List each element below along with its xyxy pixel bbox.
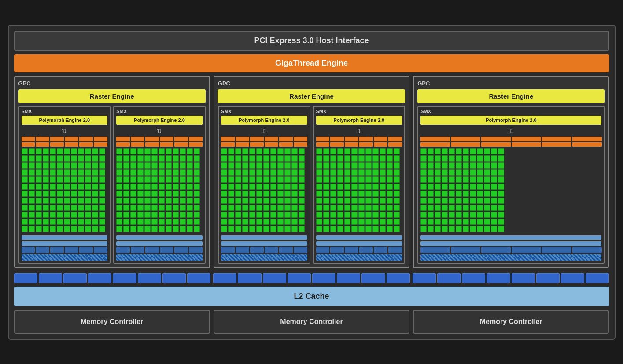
gpc-2: GPC Raster Engine SMX Polymorph Engine 2… [214,76,409,268]
rop-cell [536,273,560,283]
smx-5-label: SMX [420,109,601,114]
smx-5-orange [420,137,601,147]
memory-controller-3: Memory Controller [413,310,609,334]
gpc-2-raster: Raster Engine [218,89,405,103]
rop-cell [187,273,210,283]
smx-3-orange [221,137,307,147]
smx-5-green-grid [420,148,601,232]
gpc-3-smx-row: SMX Polymorph Engine 2.0 ⇅ [417,106,605,264]
pci-express-bar: PCI Express 3.0 Host Interface [14,31,609,51]
rop-cell [14,273,37,283]
smx-3-green-grid [221,148,307,232]
gpc-2-label: GPC [218,80,405,87]
smx-2-green-grid [116,148,203,232]
smx-2-label: SMX [116,109,203,114]
rop-cell [113,273,136,283]
memory-controller-1: Memory Controller [14,310,210,334]
rop-cell [39,273,62,283]
gpc-3-smx-1: SMX Polymorph Engine 2.0 ⇅ [417,106,605,264]
rop-segment-1 [14,273,211,283]
gpc-1-smx-1: SMX Polymorph Engine 2.0 ⇅ [18,106,111,264]
smx-1-blue [22,235,108,261]
arrow-1: ⇅ [22,127,108,134]
gpc-1-smx-2: SMX Polymorph Engine 2.0 ⇅ [113,106,206,264]
rop-cell [512,273,535,283]
smx-3-label: SMX [221,109,307,114]
gpc-1-label: GPC [18,80,206,87]
rop-cell [162,273,186,283]
l2-cache-bar: L2 Cache [14,287,609,306]
rop-cell [88,273,111,283]
smx-4-green-grid [316,148,402,232]
rop-cell [288,273,311,283]
rop-cell [213,273,236,283]
rop-cell [63,273,87,283]
rop-cell [487,273,510,283]
smx-3-blue [221,235,307,261]
smx-5-blue [420,235,601,261]
pci-express-label: PCI Express 3.0 Host Interface [254,36,369,45]
rop-row [14,273,609,283]
rop-cell [437,273,461,283]
rop-cell [361,273,385,283]
smx-1-green-grid [22,148,108,232]
gpc-2-smx-row: SMX Polymorph Engine 2.0 ⇅ [218,106,405,264]
rop-cell [462,273,485,283]
rop-cell [337,273,360,283]
gpc-2-smx-2: SMX Polymorph Engine 2.0 ⇅ [313,106,406,264]
gigathread-label: GigaThread Engine [275,59,348,67]
gpc-3-label: GPC [417,80,605,87]
smx-2-polymorph: Polymorph Engine 2.0 [116,116,203,125]
gpc-2-smx-1: SMX Polymorph Engine 2.0 ⇅ [218,106,310,264]
arrow-5: ⇅ [420,127,601,134]
memory-controller-2: Memory Controller [214,310,409,334]
rop-cell [312,273,335,283]
smx-2-orange [116,137,203,147]
smx-4-orange [316,137,402,147]
smx-4-polymorph: Polymorph Engine 2.0 [316,116,402,125]
rop-segment-3 [413,273,609,283]
smx-3-polymorph: Polymorph Engine 2.0 [221,116,307,125]
smx-1-polymorph: Polymorph Engine 2.0 [22,116,108,125]
smx-5-polymorph: Polymorph Engine 2.0 [420,116,601,125]
gpc-1-raster: Raster Engine [18,89,206,103]
gpc-3-raster: Raster Engine [417,89,605,103]
rop-cell [263,273,286,283]
smx-1-orange [22,137,108,147]
rop-cell [238,273,261,283]
diagram-container: PCI Express 3.0 Host Interface GigaThrea… [8,25,616,340]
arrow-2: ⇅ [116,127,203,134]
rop-cell [387,273,410,283]
rop-cell [413,273,436,283]
gigathread-bar: GigaThread Engine [14,54,609,72]
rop-cell [586,273,609,283]
smx-4-blue [316,235,402,261]
gpc-3: GPC Raster Engine SMX Polymorph Engine 2… [413,76,609,268]
rop-segment-2 [213,273,410,283]
rop-cell [561,273,584,283]
smx-2-blue [116,235,203,261]
memory-controller-row: Memory Controller Memory Controller Memo… [14,310,609,334]
smx-4-label: SMX [316,109,402,114]
rop-cell [138,273,161,283]
gpc-1-smx-row: SMX Polymorph Engine 2.0 ⇅ [18,106,206,264]
gpc-1: GPC Raster Engine SMX Polymorph Engine 2… [14,76,210,268]
arrow-4: ⇅ [316,127,402,134]
smx-1-label: SMX [22,109,108,114]
gpc-row: GPC Raster Engine SMX Polymorph Engine 2… [14,76,609,268]
arrow-3: ⇅ [221,127,307,134]
